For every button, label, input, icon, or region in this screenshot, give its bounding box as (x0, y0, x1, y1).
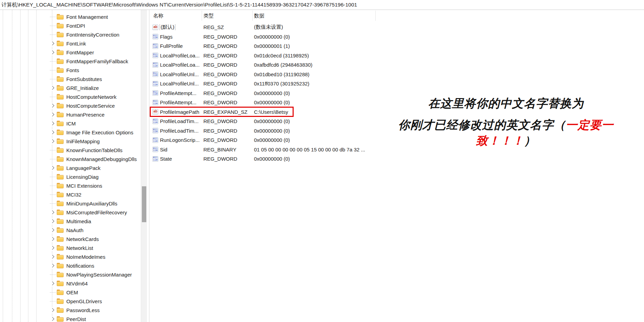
tree-item[interactable]: Multimedia (0, 217, 141, 226)
value-name-cell: 011110Flags (152, 34, 202, 40)
annotation-line2-prefix: 你刚才已经修改过的英文名字（ (398, 118, 566, 131)
registry-value-row[interactable]: 011110LocalProfileLoa...REG_DWORD0xafbdf… (152, 60, 644, 70)
tree-item[interactable]: OEM (0, 288, 141, 297)
expand-chevron-icon[interactable] (50, 263, 56, 269)
folder-icon (57, 138, 64, 144)
binary-value-icon: 011110 (152, 147, 158, 152)
registry-value-row[interactable]: 011110LocalProfileUnl...REG_DWORD0x01dbe… (152, 70, 644, 79)
registry-value-row[interactable]: 011110FlagsREG_DWORD0x00000000 (0) (152, 32, 644, 42)
expand-chevron-icon[interactable] (50, 111, 56, 118)
expand-chevron-icon[interactable] (50, 307, 56, 313)
registry-value-row[interactable]: 011110LocalProfileLoa...REG_DWORD0x01dc0… (152, 51, 644, 61)
tree-item-label: NowPlayingSessionManager (66, 272, 132, 278)
tree-item[interactable]: HumanPresence (0, 110, 141, 119)
tree-item-label: Notifications (66, 263, 94, 269)
value-type: REG_DWORD (202, 81, 253, 86)
tree-item[interactable]: PeerDist (0, 314, 141, 322)
expand-chevron-icon[interactable] (50, 236, 56, 242)
expand-chevron-icon[interactable] (50, 129, 56, 135)
tree-item[interactable]: FontIntensityCorrection (0, 30, 141, 39)
value-name: LocalProfileLoa... (160, 53, 200, 58)
tree-item[interactable]: FontDPI (0, 21, 141, 30)
annotation-line2-suffix: ） (524, 134, 536, 147)
tree-item[interactable]: HostComputeService (0, 101, 141, 110)
tree-item[interactable]: LanguagePack (0, 163, 141, 172)
tree-item[interactable]: NetworkCards (0, 234, 141, 243)
tree-item[interactable]: GRE_Initialize (0, 83, 141, 92)
value-type: REG_DWORD (202, 99, 253, 105)
tree-item[interactable]: PasswordLess (0, 306, 141, 314)
tree-item[interactable]: FontMapper (0, 48, 141, 57)
column-header-type[interactable]: 类型 (202, 11, 253, 21)
tree-item[interactable]: MCI32 (0, 190, 141, 199)
expand-chevron-icon[interactable] (50, 120, 56, 126)
value-name-cell: 011110FullProfile (152, 43, 202, 49)
tree-item[interactable]: IniFileMapping (0, 137, 141, 146)
tree-item[interactable]: FontLink (0, 39, 141, 48)
expand-chevron-icon[interactable] (50, 49, 56, 55)
string-value-icon: ab (152, 109, 158, 115)
scrollbar-thumb[interactable] (142, 186, 146, 222)
expand-chevron-icon[interactable] (50, 165, 56, 171)
folder-icon (57, 298, 64, 304)
value-name: (默认) (160, 24, 175, 30)
tree-item[interactable]: KnownManagedDebuggingDlls (0, 155, 141, 163)
tree-item[interactable]: NaAuth (0, 226, 141, 234)
tree-item[interactable]: LicensingDiag (0, 172, 141, 181)
expand-chevron-icon[interactable] (50, 40, 56, 46)
tree-item[interactable]: NoImeModeImes (0, 252, 141, 261)
pane-splitter[interactable] (149, 10, 149, 322)
tree-item[interactable]: MiniDumpAuxiliaryDlls (0, 199, 141, 208)
column-header-name[interactable]: 名称 (152, 11, 202, 21)
value-name-cell: 011110State (152, 156, 202, 162)
dword-value-icon: 011110 (152, 100, 158, 105)
tree-item-label: HostComputeNetwork (66, 94, 117, 100)
tree-item-label: FontMapperFamilyFallback (66, 58, 128, 64)
tree-item-label: FontMapper (66, 50, 94, 55)
registry-value-row[interactable]: 011110LocalProfileUnl...REG_DWORD0x11ff0… (152, 79, 644, 89)
tree-item[interactable]: Font Management (0, 12, 141, 21)
folder-icon (57, 50, 64, 55)
tree-item[interactable]: FontMapperFamilyFallback (0, 57, 141, 66)
tree-item[interactable]: NetworkList (0, 243, 141, 252)
folder-icon (57, 121, 64, 126)
expand-chevron-icon[interactable] (50, 280, 56, 286)
expand-chevron-icon[interactable] (50, 138, 56, 144)
tree-item[interactable]: KnownFunctionTableDlls (0, 146, 141, 155)
tree-item-label: PasswordLess (66, 307, 100, 313)
tree-item[interactable]: MCI Extensions (0, 181, 141, 190)
address-bar[interactable]: 计算机\HKEY_LOCAL_MACHINE\SOFTWARE\Microsof… (0, 0, 644, 10)
tree-scrollbar[interactable] (141, 10, 147, 322)
tree-item[interactable]: Image File Execution Options (0, 128, 141, 137)
tree-item[interactable]: MsiCorruptedFileRecovery (0, 208, 141, 217)
expand-chevron-icon[interactable] (50, 103, 56, 109)
expand-chevron-icon[interactable] (50, 218, 56, 224)
tree-item[interactable]: NtVdm64 (0, 279, 141, 288)
tree-item[interactable]: Fonts (0, 66, 141, 75)
folder-icon (57, 174, 64, 179)
value-type: REG_EXPAND_SZ (202, 109, 253, 115)
expand-chevron-icon[interactable] (50, 245, 56, 251)
value-type: REG_BINARY (202, 147, 253, 152)
tree-item-label: NetworkCards (66, 236, 99, 242)
tree-item[interactable]: ICM (0, 119, 141, 128)
registry-value-row[interactable]: 011110StateREG_DWORD0x00000000 (0) (152, 154, 644, 164)
tree-item[interactable]: HostComputeNetwork (0, 92, 141, 101)
value-name: LocalProfileUnl... (160, 81, 199, 86)
tree-item-label: Image File Execution Options (66, 130, 133, 135)
expand-chevron-icon[interactable] (50, 254, 56, 260)
tree-item[interactable]: OpenGLDrivers (0, 297, 141, 306)
expand-chevron-icon[interactable] (50, 227, 56, 233)
expand-chevron-icon[interactable] (50, 209, 56, 215)
registry-value-row[interactable]: 011110FullProfileREG_DWORD0x00000001 (1) (152, 41, 644, 51)
registry-value-row[interactable]: ab(默认)REG_SZ(数值未设置) (152, 23, 644, 32)
tree-item[interactable]: FontSubstitutes (0, 75, 141, 83)
tree-item[interactable]: Notifications (0, 261, 141, 270)
expand-chevron-icon[interactable] (50, 316, 56, 322)
value-name: ProfileAttempt... (160, 90, 197, 96)
tree-item[interactable]: NowPlayingSessionManager (0, 270, 141, 279)
tree-item-label: Fonts (66, 67, 79, 73)
column-header-data[interactable]: 数据 (253, 11, 376, 21)
expand-chevron-icon[interactable] (50, 85, 56, 91)
folder-icon (57, 76, 64, 82)
